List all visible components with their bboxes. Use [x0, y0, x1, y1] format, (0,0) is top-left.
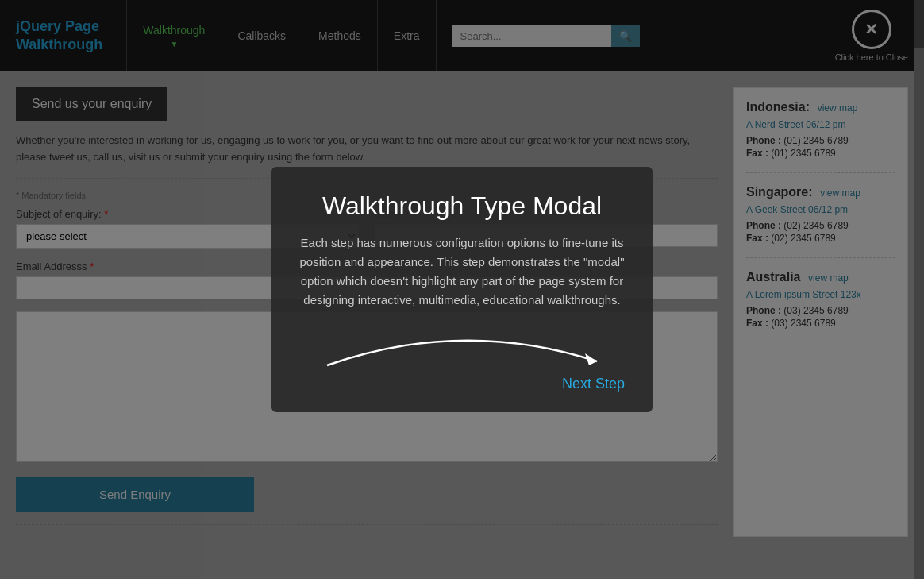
modal-body: Each step has numerous configuration opt… [299, 234, 625, 310]
next-step-button[interactable]: Next Step [299, 376, 625, 392]
modal-box: Walkthrough Type Modal Each step has num… [271, 167, 653, 411]
svg-marker-0 [585, 353, 597, 365]
modal-overlay[interactable]: Walkthrough Type Modal Each step has num… [0, 0, 924, 553]
arrow-svg [299, 326, 625, 373]
modal-title: Walkthrough Type Modal [299, 191, 625, 221]
